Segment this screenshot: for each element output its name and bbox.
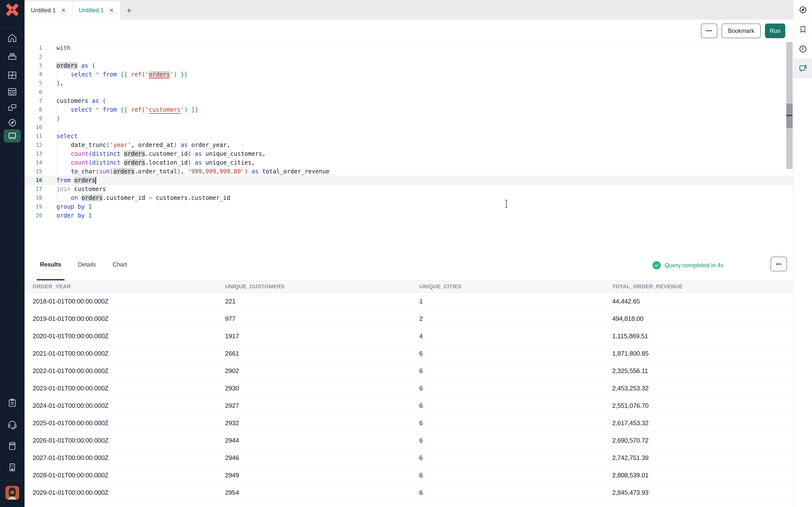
line-number: 3 xyxy=(24,61,42,70)
table-cell: 2,551,076.70 xyxy=(612,402,793,409)
tab-results[interactable]: Results xyxy=(37,250,64,280)
layout-grid-icon[interactable] xyxy=(0,68,24,83)
compass-icon[interactable] xyxy=(794,0,812,19)
table-cell: 2023-01-01T00:00:00.000Z xyxy=(33,385,225,392)
right-sidebar xyxy=(793,0,812,507)
book-icon[interactable] xyxy=(0,438,24,454)
code-line-13[interactable]: 13 count(distinct orders.customer_id) as… xyxy=(24,150,793,158)
mouse-text-cursor xyxy=(504,200,509,208)
code-line-18[interactable]: 18 on orders.customer_id = customers.cus… xyxy=(24,193,793,202)
code-line-10[interactable]: 10 xyxy=(24,123,793,132)
table-row[interactable]: 2027-01-01T00:00:00.000Z294662,742,751.3… xyxy=(24,449,793,466)
code-text: select * from {{ ref('customers') }} xyxy=(42,105,198,114)
table-row[interactable]: 2023-01-01T00:00:00.000Z293062,453,253.3… xyxy=(24,380,793,397)
code-line-1[interactable]: 1with xyxy=(24,44,793,52)
code-line-8[interactable]: 8 select * from {{ ref('customers') }} xyxy=(24,105,793,114)
table-cell: 2026-01-01T00:00:00.000Z xyxy=(33,437,225,444)
code-text: ), xyxy=(42,79,63,88)
code-line-16[interactable]: 16from orders xyxy=(24,176,793,185)
sql-editor[interactable]: 1with23orders as (4 select * from {{ ref… xyxy=(24,42,793,250)
table-row[interactable]: 2025-01-01T00:00:00.000Z293262,617,453.3… xyxy=(24,414,793,432)
table-row[interactable]: 2029-01-01T00:00:00.000Z295462,845,473.9… xyxy=(24,484,793,501)
table-cell: 2661 xyxy=(225,350,419,357)
bookmark-icon[interactable] xyxy=(794,19,812,39)
editor-scrollbar[interactable] xyxy=(786,42,793,169)
close-icon[interactable]: ✕ xyxy=(109,7,114,14)
table-row[interactable]: 2021-01-01T00:00:00.000Z266161,871,800.8… xyxy=(24,345,793,362)
table-row[interactable]: 2028-01-01T00:00:00.000Z294962,808,539.0… xyxy=(24,466,793,484)
terminal-tile-active[interactable] xyxy=(4,129,21,143)
table-cell: 2902 xyxy=(225,367,419,375)
line-number: 15 xyxy=(24,167,42,176)
table-row[interactable]: 2019-01-01T00:00:00.000Z9772494,818.00 xyxy=(24,310,793,328)
code-line-15[interactable]: 15 to_char(sum(orders.order_total), '999… xyxy=(24,167,793,176)
table-cell: 2027-01-01T00:00:00.000Z xyxy=(33,454,225,462)
code-text: join customers xyxy=(42,185,106,193)
run-button[interactable]: Run xyxy=(765,23,785,38)
code-line-4[interactable]: 4 select * from {{ ref('orders') }} xyxy=(24,70,793,79)
headset-icon[interactable] xyxy=(0,417,24,432)
compass-icon[interactable] xyxy=(0,116,24,130)
tray-icon[interactable] xyxy=(0,49,24,64)
code-line-7[interactable]: 7customers as ( xyxy=(24,97,793,105)
hex-logo-icon[interactable] xyxy=(0,3,24,17)
code-line-12[interactable]: 12 date_trunc('year', ordered_at) as ord… xyxy=(24,140,793,150)
column-header[interactable]: TOTAL_ORDER_REVENUE xyxy=(612,283,793,290)
history-clock-icon[interactable] xyxy=(794,39,812,59)
table-row[interactable]: 2026-01-01T00:00:00.000Z294462,690,570.7… xyxy=(24,432,793,449)
code-line-19[interactable]: 19group by 1 xyxy=(24,202,793,211)
tab-untitled-2[interactable]: Untitled 1 ✕ xyxy=(72,1,120,19)
code-line-17[interactable]: 17join customers xyxy=(24,185,793,193)
table-cell: 44,442.65 xyxy=(612,297,793,305)
column-header[interactable]: ORDER_YEAR xyxy=(33,283,225,290)
close-icon[interactable]: ✕ xyxy=(61,7,66,14)
code-text: orders as ( xyxy=(42,61,95,70)
results-header: Results Details Chart Query completed in… xyxy=(24,250,793,280)
line-number: 8 xyxy=(24,105,42,114)
table-row[interactable]: 2030-01-01T00:00:00.000Z287961,841,049.3… xyxy=(24,501,793,507)
line-number: 20 xyxy=(24,211,42,220)
table-cell: 1,871,800.85 xyxy=(612,350,793,357)
code-line-6[interactable]: 6 xyxy=(24,88,793,97)
home-icon[interactable] xyxy=(0,31,24,46)
table-cell: 6 xyxy=(419,402,612,409)
more-options-button[interactable]: ••• xyxy=(701,23,717,38)
code-line-20[interactable]: 20order by 1 xyxy=(24,211,793,220)
table-row[interactable]: 2024-01-01T00:00:00.000Z292762,551,076.7… xyxy=(24,397,793,414)
main-area: Untitled 1 ✕ Untitled 1 ✕ + ••• Bookmark… xyxy=(24,0,793,507)
clipboard-icon[interactable] xyxy=(0,395,24,410)
table-cell: 977 xyxy=(225,315,419,323)
code-line-3[interactable]: 3orders as ( xyxy=(24,61,793,70)
app-window: Untitled 1 ✕ Untitled 1 ✕ + ••• Bookmark… xyxy=(0,0,812,507)
code-line-2[interactable]: 2 xyxy=(24,52,793,61)
code-text: select xyxy=(42,132,78,140)
results-more-button[interactable]: ••• xyxy=(771,257,787,271)
tab-chart[interactable]: Chart xyxy=(109,250,130,280)
new-tab-button[interactable]: + xyxy=(120,1,138,19)
code-window-icon[interactable] xyxy=(0,84,24,100)
tab-untitled-1[interactable]: Untitled 1 ✕ xyxy=(24,1,72,19)
ai-chat-icon[interactable] xyxy=(794,59,812,78)
code-line-14[interactable]: 14 count(distinct orders.location_id) as… xyxy=(24,158,793,167)
table-row[interactable]: 2018-01-01T00:00:00.000Z221144,442.65 xyxy=(24,293,793,310)
building-icon[interactable] xyxy=(0,460,24,475)
code-line-5[interactable]: 5), xyxy=(24,79,793,88)
bookmark-button[interactable]: Bookmark xyxy=(721,23,761,38)
code-line-11[interactable]: 11select xyxy=(24,132,793,140)
tab-details[interactable]: Details xyxy=(75,250,99,280)
column-header[interactable]: UNIQUE_CUSTOMERS xyxy=(225,283,419,290)
table-cell: 6 xyxy=(419,350,612,357)
user-avatar[interactable] xyxy=(5,486,19,500)
table-row[interactable]: 2022-01-01T00:00:00.000Z290262,325,556.1… xyxy=(24,362,793,380)
table-cell: 494,818.00 xyxy=(612,315,793,323)
code-text: from orders xyxy=(42,176,96,185)
table-row[interactable]: 2020-01-01T00:00:00.000Z191741,115,869.5… xyxy=(24,328,793,345)
column-header[interactable]: UNIQUE_CITIES xyxy=(419,283,612,290)
line-number: 10 xyxy=(24,123,42,132)
query-status-text: Query completed in 4s xyxy=(665,262,723,269)
line-number: 4 xyxy=(24,70,42,79)
cell-toolbar: ••• Bookmark Run xyxy=(24,19,793,42)
code-line-9[interactable]: 9) xyxy=(24,114,793,123)
windows-icon[interactable] xyxy=(0,100,24,115)
check-circle-icon xyxy=(652,261,661,269)
